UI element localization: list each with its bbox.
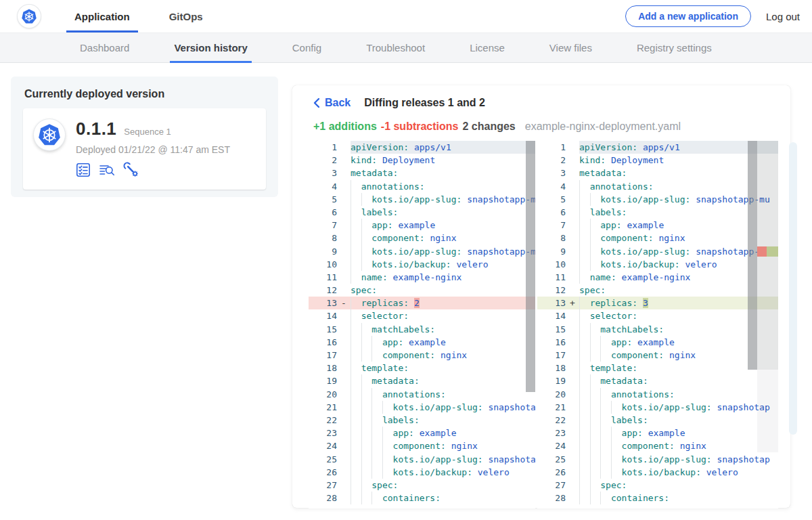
line-gutter: 1: [309, 141, 351, 154]
page-scrollbar-strip[interactable]: [789, 142, 797, 435]
code-line: 8component: nginx: [537, 232, 778, 244]
subnav-tab-dashboard[interactable]: Dashboard: [76, 33, 133, 62]
code-line: 6labels:: [309, 206, 535, 219]
diff-pane-new[interactable]: 1apiVersion: apps/v12kind: Deployment3me…: [537, 141, 778, 508]
line-gutter: 7: [309, 219, 351, 232]
line-gutter: 28: [309, 492, 351, 504]
tab-application[interactable]: Application: [66, 0, 138, 32]
line-gutter: 27: [309, 479, 351, 492]
subnav-tab-view-files[interactable]: View files: [545, 33, 596, 62]
code-line: 16app: example: [537, 336, 778, 349]
line-gutter: 14: [537, 309, 579, 322]
code-line: 2kind: Deployment: [309, 154, 535, 167]
line-gutter: 12: [309, 284, 351, 297]
sequence-label: Sequence 1: [124, 127, 171, 137]
line-gutter: 9: [309, 245, 351, 258]
diff-card: Back Diffing releases 1 and 2 +1 additio…: [292, 85, 790, 508]
tab-gitops[interactable]: GitOps: [161, 0, 211, 32]
checklist-icon[interactable]: [76, 162, 91, 177]
subnav-tab-config[interactable]: Config: [288, 33, 325, 62]
chevron-left-icon: [313, 98, 320, 108]
code-line: 10kots.io/backup: velero: [309, 258, 535, 271]
version-actions: [76, 162, 230, 178]
code-line: 1apiVersion: apps/v1: [537, 141, 778, 154]
line-gutter: 7: [537, 219, 579, 232]
code-line: 7app: example: [537, 219, 778, 232]
scrollbar-thumb[interactable]: [748, 141, 757, 370]
code-line: 1apiVersion: apps/v1: [309, 141, 535, 154]
logs-search-icon[interactable]: [99, 162, 115, 177]
code-line: 14selector:: [537, 309, 778, 322]
subnav-tab-version-history[interactable]: Version history: [170, 33, 251, 62]
currently-deployed-card: Currently deployed version 0.1.1 S: [11, 77, 278, 197]
code-line: 22labels:: [537, 414, 778, 427]
line-gutter: 11: [537, 271, 579, 284]
code-line: 14selector:: [309, 309, 535, 322]
code-line: 2kind: Deployment: [537, 154, 778, 167]
line-gutter: 25: [309, 453, 351, 466]
code-line: 15matchLabels:: [537, 323, 778, 336]
line-gutter: 16: [537, 336, 579, 349]
diff-marker-added: [767, 246, 778, 257]
code-line: 22labels:: [309, 414, 535, 427]
diff-pane-old[interactable]: 1apiVersion: apps/v12kind: Deployment3me…: [309, 141, 535, 508]
code-line: 24component: nginx: [309, 439, 535, 452]
kubernetes-logo-icon: [18, 5, 41, 28]
diff-editor: 1apiVersion: apps/v12kind: Deployment3me…: [309, 141, 778, 508]
subnav-tab-troubleshoot[interactable]: Troubleshoot: [362, 33, 429, 62]
subnav-tab-registry-settings[interactable]: Registry settings: [633, 33, 716, 62]
code-line: 12spec:: [537, 284, 778, 297]
subnav-tab-license[interactable]: License: [466, 33, 509, 62]
line-gutter: 3: [537, 167, 579, 179]
line-gutter: 19: [537, 374, 579, 387]
code-line: 5kots.io/app-slug: snapshotapp-mu: [537, 193, 778, 206]
line-gutter: 2: [309, 154, 351, 167]
app-sub-nav: Dashboard Version history Config Trouble…: [0, 32, 812, 63]
code-line: 13+replicas: 3: [537, 297, 778, 309]
line-gutter: 20: [309, 388, 351, 401]
deployed-card-title: Currently deployed version: [11, 77, 278, 108]
line-gutter: 4: [309, 180, 351, 193]
scrollbar-thumb[interactable]: [526, 141, 535, 392]
diff-title: Diffing releases 1 and 2: [364, 97, 485, 109]
wrench-gear-icon[interactable]: [123, 162, 139, 178]
line-gutter: 27: [537, 479, 579, 492]
line-gutter: 10: [537, 258, 579, 271]
code-line: 28containers:: [537, 492, 778, 504]
line-gutter: 6: [537, 206, 579, 219]
code-line: 26kots.io/backup: velero: [309, 466, 535, 479]
code-line: 19metadata:: [309, 374, 535, 387]
line-gutter: 26: [309, 466, 351, 479]
line-gutter: 19: [309, 374, 351, 387]
line-gutter: 10: [309, 258, 351, 271]
line-gutter: 22: [537, 414, 579, 427]
code-line: 13-replicas: 2: [309, 297, 535, 309]
code-line: 28containers:: [309, 492, 535, 504]
diff-header: Back Diffing releases 1 and 2: [313, 95, 778, 111]
logout-button[interactable]: Log out: [766, 11, 800, 22]
code-line: 26kots.io/backup: velero: [537, 466, 778, 479]
line-gutter: 5: [309, 193, 351, 206]
code-line: 25kots.io/app-slug: snapshotap: [309, 453, 535, 466]
line-gutter: 8: [537, 232, 579, 244]
code-line: 21kots.io/app-slug: snapshotap: [309, 401, 535, 414]
code-line: 11name: example-nginx: [309, 271, 535, 284]
line-gutter: 9: [537, 245, 579, 258]
code-line: 4annotations:: [537, 180, 778, 193]
add-application-button[interactable]: Add a new application: [625, 5, 751, 27]
code-line: 9kots.io/app-slug: snapshotapp-mu: [309, 245, 535, 258]
line-gutter: 17: [309, 349, 351, 362]
code-line: 8component: nginx: [309, 232, 535, 244]
code-line: 16app: example: [309, 336, 535, 349]
line-gutter: 11: [309, 271, 351, 284]
line-gutter: 24: [309, 439, 351, 452]
diff-stats: +1 additions -1 subtractions 2 changes e…: [313, 120, 778, 133]
line-gutter: 8: [309, 232, 351, 244]
app-logo-icon: [34, 119, 65, 150]
code-line: 20annotations:: [309, 388, 535, 401]
back-label: Back: [325, 97, 351, 109]
line-gutter: 1: [537, 141, 579, 154]
line-gutter: 18: [309, 362, 351, 374]
version-number: 0.1.1: [76, 118, 116, 139]
back-link[interactable]: Back: [313, 97, 351, 109]
